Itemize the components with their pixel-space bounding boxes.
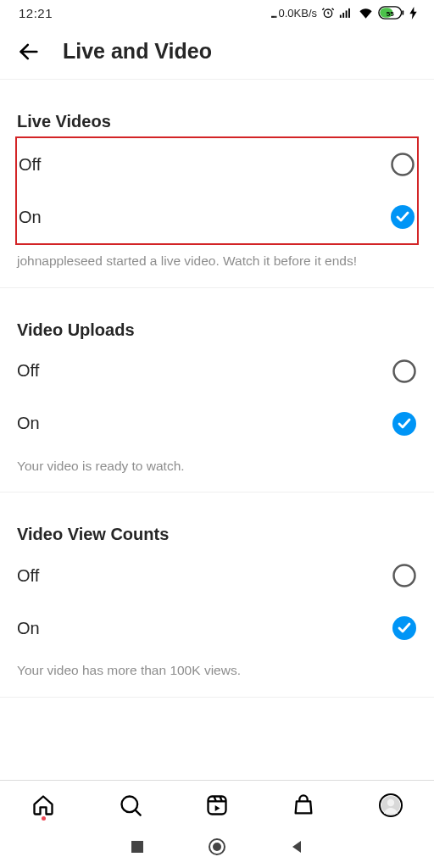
svg-point-9 — [392, 154, 414, 175]
svg-rect-7 — [402, 10, 403, 14]
radio-checked-icon — [392, 411, 417, 437]
svg-rect-1 — [340, 15, 342, 18]
option-label: Off — [17, 361, 39, 381]
status-bar: 12:21 ... 0.0KB/s 55 — [0, 0, 434, 25]
tab-bar — [0, 780, 434, 829]
option-video-view-counts-on[interactable]: On — [17, 602, 417, 654]
svg-point-23 — [387, 798, 394, 805]
helper-text: johnappleseed started a live video. Watc… — [17, 252, 417, 270]
helper-text: Your video is ready to watch. — [17, 457, 417, 476]
section-video-uploads: Video Uploads Off On Your video is ready… — [0, 320, 434, 493]
radio-checked-icon — [392, 615, 417, 641]
option-label: On — [17, 414, 40, 433]
svg-point-11 — [394, 360, 415, 381]
svg-rect-24 — [131, 841, 143, 853]
radio-unchecked-icon — [392, 359, 417, 384]
tab-search[interactable] — [86, 793, 173, 817]
section-title-video-uploads: Video Uploads — [17, 320, 417, 340]
section-video-view-counts: Video View Counts Off On Your video has … — [0, 525, 434, 698]
nav-back-icon[interactable] — [289, 839, 304, 858]
nav-home-icon[interactable] — [208, 837, 226, 860]
battery-icon: 55 — [378, 6, 405, 19]
option-label: On — [19, 208, 42, 227]
svg-line-16 — [135, 810, 140, 815]
option-label: On — [17, 619, 40, 638]
option-video-uploads-on[interactable]: On — [17, 398, 417, 450]
signal-icon — [339, 7, 353, 19]
nav-recents-icon[interactable] — [130, 839, 145, 858]
radio-unchecked-icon — [392, 563, 417, 588]
section-title-video-view-counts: Video View Counts — [17, 525, 417, 544]
alarm-icon — [321, 6, 335, 19]
section-live-videos: Live Videos Off On johnappleseed started… — [0, 112, 434, 288]
option-video-view-counts-off[interactable]: Off — [17, 549, 417, 602]
radio-checked-icon — [390, 204, 415, 230]
content: Live Videos Off On johnappleseed started… — [0, 80, 434, 780]
svg-rect-17 — [209, 796, 226, 814]
charging-icon — [409, 7, 417, 19]
option-video-uploads-off[interactable]: Off — [17, 345, 417, 398]
wifi-icon — [358, 7, 374, 19]
screen: 12:21 ... 0.0KB/s 55 Live and Vid — [0, 0, 434, 868]
section-title-live-videos: Live Videos — [17, 112, 417, 131]
battery-pct: 55 — [387, 10, 394, 18]
app-header: Live and Video — [0, 25, 434, 80]
notification-dot-icon — [42, 816, 46, 821]
option-live-videos-on[interactable]: On — [19, 191, 415, 243]
page-title: Live and Video — [63, 39, 212, 64]
tab-shop[interactable] — [260, 793, 347, 817]
system-nav-bar — [0, 829, 434, 868]
option-label: Off — [19, 155, 41, 175]
tab-home[interactable] — [0, 793, 86, 817]
radio-unchecked-icon — [390, 152, 415, 177]
status-time: 12:21 — [19, 6, 53, 20]
svg-rect-3 — [346, 10, 348, 18]
status-right: ... 0.0KB/s 55 — [270, 6, 417, 20]
tab-profile[interactable] — [348, 793, 434, 817]
status-netspeed: 0.0KB/s — [278, 7, 317, 19]
svg-point-26 — [213, 843, 221, 851]
svg-rect-2 — [342, 13, 344, 18]
option-live-videos-off[interactable]: Off — [19, 138, 415, 191]
helper-text: Your video has more than 100K views. — [17, 661, 417, 680]
tab-reels[interactable] — [174, 793, 260, 817]
svg-rect-4 — [348, 8, 350, 18]
status-dots: ... — [270, 6, 276, 20]
back-icon[interactable] — [17, 40, 41, 64]
option-label: Off — [17, 566, 39, 586]
highlight-box: Off On — [15, 136, 419, 245]
svg-point-13 — [394, 565, 415, 587]
